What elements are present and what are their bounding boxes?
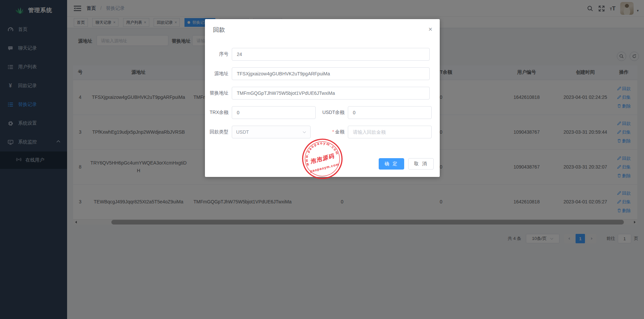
source-label: 源地址 xyxy=(205,71,232,77)
source-input[interactable] xyxy=(232,67,430,80)
close-icon[interactable]: × xyxy=(428,26,432,33)
stamp-bottom-text: paopaoym.com xyxy=(310,162,339,173)
amount-input[interactable] xyxy=(348,126,432,138)
replace-label: 替换地址 xyxy=(205,90,232,96)
stamp-center-text: 泡泡源码 xyxy=(309,152,335,165)
replace-input[interactable] xyxy=(232,87,430,100)
amount-label: *金额 xyxy=(311,129,348,135)
confirm-button[interactable]: 确 定 xyxy=(379,158,404,170)
form-row-source: 源地址 xyxy=(205,67,440,80)
dialog-body: 序号 源地址 替换地址 TRX余额 USDT余额 回款类型 USDT *金额 xyxy=(205,48,440,145)
payment-dialog: 回款 × 序号 源地址 替换地址 TRX余额 USDT余额 回款类型 USDT xyxy=(205,19,440,177)
usdt-balance-input[interactable] xyxy=(348,106,432,119)
form-row-replace: 替换地址 xyxy=(205,87,440,100)
payment-type-select[interactable]: USDT xyxy=(232,126,311,138)
cancel-button[interactable]: 取 消 xyxy=(408,158,434,170)
dialog-header: 回款 × xyxy=(205,19,440,34)
form-row-balances: TRX余额 USDT余额 xyxy=(205,106,440,119)
payment-type-value: USDT xyxy=(236,129,249,135)
dialog-footer: 确 定 取 消 xyxy=(379,158,434,170)
trx-balance-label: TRX余额 xyxy=(205,110,232,116)
form-row-type-amount: 回款类型 USDT *金额 xyxy=(205,126,440,138)
seq-label: 序号 xyxy=(205,51,232,57)
chevron-down-icon xyxy=(303,131,306,133)
payment-type-label: 回款类型 xyxy=(205,129,232,135)
amount-label-text: 金额 xyxy=(335,129,344,134)
seq-input[interactable] xyxy=(232,48,430,61)
usdt-balance-label: USDT余额 xyxy=(316,110,348,116)
trx-balance-input[interactable] xyxy=(232,106,316,119)
required-mark: * xyxy=(332,129,334,134)
dialog-title: 回款 xyxy=(213,26,225,33)
form-row-seq: 序号 xyxy=(205,48,440,61)
